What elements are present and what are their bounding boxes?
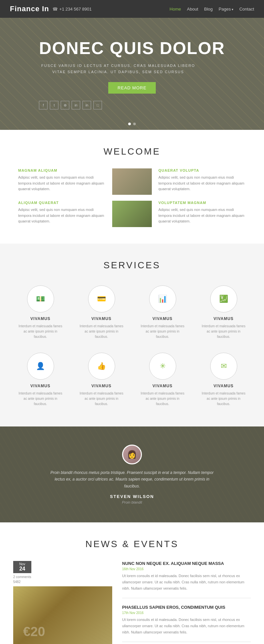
welcome-item-2: QUAERAT VOLUPTA Adipisc velit, sed quis … bbox=[153, 168, 251, 195]
service-item-3: 📊 VIVAMUS Interdum et malesuada fames ac… bbox=[135, 282, 190, 343]
social-linkedin2-icon[interactable]: in bbox=[82, 101, 91, 109]
social-rss-icon[interactable]: ⊛ bbox=[61, 101, 69, 109]
nav-blog[interactable]: Blog bbox=[204, 7, 213, 12]
hero-title: DONEC QUIS DOLOR bbox=[39, 38, 225, 58]
service-label-7: VIVAMUS bbox=[152, 384, 173, 388]
welcome-item-1-heading: MAGNAM ALIQUAM bbox=[18, 168, 106, 172]
news-date-month: Nov bbox=[16, 562, 29, 566]
hero-subtitle: FUSCE VARIUS ID LECTUS AT CURSUS, CRAS M… bbox=[39, 63, 197, 75]
welcome-title: WELCOME bbox=[13, 146, 251, 157]
service-circle-5: 👤 bbox=[27, 353, 54, 380]
social-twitter-icon[interactable]: t bbox=[50, 101, 58, 109]
services-grid-row1: 💵 VIVAMUS Interdum et malesuada fames ac… bbox=[13, 282, 251, 343]
news-item-1: NUNC NON NEQUE EX. ALIQUAM NEQUE MASSA 1… bbox=[122, 561, 251, 591]
news-featured-image bbox=[13, 586, 112, 644]
hero-cta-button[interactable]: Read More bbox=[108, 82, 156, 94]
welcome-grid: MAGNAM ALIQUAM Adipisc velit, sed quis n… bbox=[13, 168, 251, 227]
hero-section: DONEC QUIS DOLOR FUSCE VARIUS ID LECTUS … bbox=[0, 18, 264, 130]
welcome-item-1-text: Adipisc velit, sed quis non numquam eius… bbox=[18, 175, 106, 192]
service-icon-4: 💹 bbox=[219, 295, 228, 303]
service-item-5: 👤 VIVAMUS Interdum et malesuada fames ac… bbox=[13, 349, 68, 410]
testimonial-role: Proin blandit bbox=[46, 500, 218, 504]
welcome-item-4-heading: VOLUPTATEM MAGNAM bbox=[158, 201, 246, 205]
news-layout: Nov 24 2 comments 5482 PELLENTESQUE HABI… bbox=[13, 561, 251, 644]
service-label-1: VIVAMUS bbox=[30, 316, 50, 321]
service-circle-1: 💵 bbox=[27, 285, 54, 312]
service-desc-5: Interdum et malesuada fames ac ante ipsu… bbox=[16, 391, 64, 407]
social-facebook-icon[interactable]: f bbox=[39, 101, 48, 109]
service-item-1: 💵 VIVAMUS Interdum et malesuada fames ac… bbox=[13, 282, 68, 343]
welcome-item-3-heading: ALIQUAM QUAERAT bbox=[18, 201, 106, 205]
news-items-list: NUNC NON NEQUE EX. ALIQUAM NEQUE MASSA 1… bbox=[122, 561, 251, 644]
news-comments: 2 comments bbox=[13, 575, 31, 579]
welcome-image-1 bbox=[112, 168, 152, 195]
social-linkedin-icon[interactable]: in bbox=[72, 101, 80, 109]
testimonial-section: 👩 Proin blandit rhoncus metus porta tris… bbox=[0, 426, 264, 522]
service-circle-4: 💹 bbox=[210, 285, 237, 312]
news-item-1-text: Ut lorem consulis et id malesuada. Donec… bbox=[122, 573, 251, 591]
service-icon-6: 👍 bbox=[97, 362, 106, 370]
news-item-2-title: PHASELLUS SAPIEN EROS, CONDIMENTUM QUIS bbox=[122, 605, 251, 610]
services-title: SERVICES bbox=[13, 260, 251, 271]
service-item-4: 💹 VIVAMUS Interdum et malesuada fames ac… bbox=[196, 282, 251, 343]
nav-contact[interactable]: Contact bbox=[239, 7, 254, 12]
news-item-2: PHASELLUS SAPIEN EROS, CONDIMENTUM QUIS … bbox=[122, 605, 251, 635]
service-label-8: VIVAMUS bbox=[214, 384, 234, 388]
news-item-1-date: 16th Nov 2016 bbox=[122, 567, 251, 571]
social-other-icon[interactable]: □ bbox=[93, 101, 102, 109]
welcome-item-4: VOLUPTATEM MAGNAM Adipisc velit, sed qui… bbox=[153, 201, 251, 227]
welcome-item-1: MAGNAM ALIQUAM Adipisc velit, sed quis n… bbox=[13, 168, 111, 195]
welcome-image-2 bbox=[112, 201, 152, 227]
service-circle-3: 📊 bbox=[149, 285, 176, 312]
news-meta-row: Nov 24 2 comments 5482 bbox=[13, 561, 112, 584]
logo: Finance In bbox=[10, 5, 49, 13]
service-desc-3: Interdum et malesuada fames ac ante ipsu… bbox=[139, 324, 186, 339]
nav-pages[interactable]: Pages bbox=[219, 7, 234, 12]
news-item-2-text: Ut lorem consulis et id malesuada. Donec… bbox=[122, 617, 251, 635]
news-title: NEWS & EVENTS bbox=[13, 539, 251, 549]
service-icon-1: 💵 bbox=[36, 295, 45, 303]
news-likes: 5482 bbox=[13, 580, 31, 584]
site-header: Finance In ☎ +1 234 567 8901 Home About … bbox=[0, 0, 264, 18]
service-desc-1: Interdum et malesuada fames ac ante ipsu… bbox=[16, 324, 64, 339]
service-item-7: ✳ VIVAMUS Interdum et malesuada fames ac… bbox=[135, 349, 190, 410]
dot-1[interactable] bbox=[128, 123, 131, 125]
welcome-section: WELCOME MAGNAM ALIQUAM Adipisc velit, se… bbox=[0, 130, 264, 244]
news-sidebar-meta: Nov 24 2 comments 5482 bbox=[13, 561, 31, 584]
service-label-4: VIVAMUS bbox=[214, 316, 234, 321]
dot-2[interactable] bbox=[133, 123, 136, 125]
testimonial-name: STEVEN WILSON bbox=[46, 494, 218, 499]
service-icon-5: 👤 bbox=[36, 362, 45, 370]
service-label-3: VIVAMUS bbox=[152, 316, 173, 321]
news-divider-2 bbox=[122, 642, 251, 642]
service-icon-2: 💳 bbox=[97, 295, 106, 303]
service-desc-6: Interdum et malesuada fames ac ante ipsu… bbox=[78, 391, 125, 407]
service-circle-8: ✉ bbox=[210, 353, 237, 380]
service-item-2: 💳 VIVAMUS Interdum et malesuada fames ac… bbox=[74, 282, 129, 343]
service-circle-2: 💳 bbox=[88, 285, 115, 312]
service-icon-8: ✉ bbox=[221, 362, 227, 370]
service-item-6: 👍 VIVAMUS Interdum et malesuada fames ac… bbox=[74, 349, 129, 410]
welcome-item-2-heading: QUAERAT VOLUPTA bbox=[158, 168, 246, 172]
welcome-item-2-text: Adipisc velit, sed quis non numquam eius… bbox=[158, 175, 246, 192]
service-icon-7: ✳ bbox=[160, 362, 166, 370]
service-label-6: VIVAMUS bbox=[91, 384, 112, 388]
service-circle-6: 👍 bbox=[88, 353, 115, 380]
news-featured: Nov 24 2 comments 5482 PELLENTESQUE HABI… bbox=[13, 561, 112, 644]
service-item-8: ✉ VIVAMUS Interdum et malesuada fames ac… bbox=[196, 349, 251, 410]
welcome-img-center-1 bbox=[111, 168, 153, 195]
services-grid-row2: 👤 VIVAMUS Interdum et malesuada fames ac… bbox=[13, 349, 251, 410]
testimonial-content: 👩 Proin blandit rhoncus metus porta tris… bbox=[46, 445, 218, 504]
phone-area: ☎ +1 234 567 8901 bbox=[52, 7, 170, 12]
testimonial-text: Proin blandit rhoncus metus porta tristi… bbox=[46, 469, 218, 489]
service-icon-3: 📊 bbox=[158, 295, 167, 303]
hero-social-icons: f t ⊛ in in □ bbox=[39, 101, 225, 109]
nav-home[interactable]: Home bbox=[170, 7, 181, 12]
welcome-img-center-2 bbox=[111, 201, 153, 227]
nav-about[interactable]: About bbox=[187, 7, 198, 12]
service-desc-7: Interdum et malesuada fames ac ante ipsu… bbox=[139, 391, 186, 407]
welcome-item-3-text: Adipisc velit, sed quis non numquam eius… bbox=[18, 207, 106, 224]
news-date-box: Nov 24 bbox=[13, 561, 31, 573]
phone-icon: ☎ bbox=[52, 7, 58, 12]
service-desc-2: Interdum et malesuada fames ac ante ipsu… bbox=[78, 324, 125, 339]
